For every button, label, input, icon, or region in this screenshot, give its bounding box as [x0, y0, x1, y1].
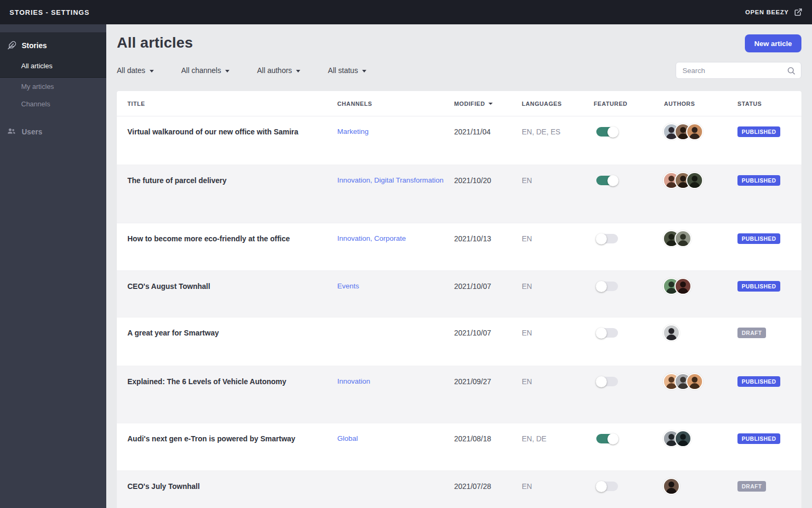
table-row[interactable]: CEO's August TownhallEvents2021/10/07ENP…: [117, 271, 801, 318]
modified-cell: 2021/10/07: [454, 278, 522, 295]
channels-cell: Innovation, Digital Transformation: [337, 172, 454, 189]
channels-cell: Marketing: [337, 123, 454, 140]
avatar: [686, 373, 703, 390]
toggle-knob: [607, 175, 619, 186]
featured-toggle[interactable]: [596, 127, 618, 137]
avatar: [675, 430, 691, 447]
toggle-knob: [596, 281, 607, 292]
languages-cell: EN: [522, 278, 594, 295]
featured-cell: [594, 324, 664, 341]
open-beezy-link[interactable]: OPEN BEEZY: [745, 8, 802, 16]
sidebar-item-all-articles[interactable]: All articles: [0, 57, 106, 70]
column-header-languages: LANGUAGES: [522, 101, 594, 107]
filter-label: All channels: [181, 66, 222, 75]
authors-cell: [664, 123, 737, 140]
articles-table: TITLE CHANNELS MODIFIED LANGUAGES FEATUR…: [117, 91, 801, 508]
article-title[interactable]: The future of parcel delivery: [127, 176, 239, 185]
status-badge: PUBLISHED: [737, 376, 780, 387]
author-avatars: [664, 123, 703, 140]
status-badge: PUBLISHED: [737, 433, 780, 444]
table-body: Virtual walkaround of our new office wit…: [117, 116, 801, 508]
sidebar-item-users[interactable]: Users: [0, 126, 106, 137]
filter-label: All status: [328, 66, 358, 75]
article-title[interactable]: A great year for Smartway: [127, 328, 232, 338]
featured-toggle[interactable]: [596, 282, 618, 291]
article-title[interactable]: CEO's July Townhall: [127, 482, 213, 491]
featured-toggle[interactable]: [596, 234, 618, 243]
featured-cell: [594, 373, 664, 390]
channels-cell: [337, 324, 454, 341]
status-badge: DRAFT: [737, 328, 766, 338]
article-title[interactable]: Audi's next gen e-Tron is powered by Sma…: [127, 434, 308, 443]
modified-date: 2021/10/07: [454, 329, 491, 337]
modified-date: 2021/11/04: [454, 128, 491, 136]
featured-cell: [594, 430, 664, 447]
featured-toggle[interactable]: [596, 482, 618, 491]
filter-all-dates[interactable]: All dates: [117, 66, 154, 75]
modified-cell: 2021/11/04: [454, 123, 522, 140]
channels-cell: Global: [337, 430, 454, 447]
article-title[interactable]: Explained: The 6 Levels of Vehicle Auton…: [127, 377, 299, 386]
sort-desc-icon[interactable]: [488, 103, 493, 105]
sidebar-item-channels[interactable]: Channels: [0, 95, 106, 113]
channel-link[interactable]: Events: [337, 282, 367, 291]
featured-toggle[interactable]: [596, 328, 618, 338]
modified-date: 2021/09/27: [454, 377, 491, 386]
languages-value: EN: [522, 234, 532, 243]
search-input[interactable]: [676, 62, 801, 78]
authors-cell: [664, 430, 737, 447]
table-row[interactable]: CEO's July Townhall2021/07/28ENDRAFT: [117, 471, 801, 508]
column-header-modified[interactable]: MODIFIED: [454, 101, 522, 107]
sidebar-item-my-articles[interactable]: My articles: [0, 78, 106, 95]
status-cell: PUBLISHED: [737, 230, 802, 247]
article-title[interactable]: Virtual walkaround of our new office wit…: [127, 127, 311, 137]
modified-cell: 2021/10/07: [454, 324, 522, 341]
sidebar-stories-section: Stories All articles: [0, 33, 106, 78]
avatar: [686, 172, 703, 189]
search-icon[interactable]: [787, 66, 796, 75]
sidebar-section-stories[interactable]: Stories: [0, 40, 106, 51]
filter-label: All dates: [117, 66, 145, 75]
toggle-knob: [596, 481, 607, 492]
sidebar-section-label: Stories: [22, 41, 47, 50]
new-article-button[interactable]: New article: [745, 34, 801, 52]
table-row[interactable]: A great year for Smartway2021/10/07ENDRA…: [117, 318, 801, 366]
column-header-featured: FEATURED: [594, 101, 664, 107]
authors-cell: [664, 230, 737, 247]
channels-cell: [337, 478, 454, 495]
featured-cell: [594, 478, 664, 495]
channel-link[interactable]: Marketing: [337, 127, 377, 137]
column-header-title: TITLE: [127, 101, 337, 107]
filter-all-status[interactable]: All status: [328, 66, 366, 75]
featured-cell: [594, 278, 664, 295]
channel-link[interactable]: Innovation, Digital Transformation: [337, 176, 452, 185]
article-title[interactable]: How to become more eco-friendly at the o…: [127, 234, 302, 243]
table-row[interactable]: Explained: The 6 Levels of Vehicle Auton…: [117, 366, 801, 423]
table-row[interactable]: Audi's next gen e-Tron is powered by Sma…: [117, 423, 801, 471]
table-row[interactable]: Virtual walkaround of our new office wit…: [117, 116, 801, 165]
modified-cell: 2021/09/27: [454, 373, 522, 390]
filter-all-channels[interactable]: All channels: [181, 66, 230, 75]
status-cell: DRAFT: [737, 324, 802, 341]
filter-all-authors[interactable]: All authors: [257, 66, 300, 75]
filter-bar: All dates All channels All authors All s…: [117, 66, 366, 75]
channel-link[interactable]: Innovation, Corporate: [337, 234, 414, 243]
channel-link[interactable]: Innovation: [337, 377, 379, 386]
modified-cell: 2021/08/18: [454, 430, 522, 447]
featured-toggle[interactable]: [596, 176, 618, 185]
languages-value: EN, DE, ES: [522, 128, 560, 136]
article-title[interactable]: CEO's August Townhall: [127, 282, 223, 291]
channels-cell: Innovation: [337, 373, 454, 390]
channels-cell: Events: [337, 278, 454, 295]
users-icon: [6, 126, 16, 137]
channel-link[interactable]: Global: [337, 434, 366, 443]
title-cell: A great year for Smartway: [127, 324, 337, 341]
table-row[interactable]: How to become more eco-friendly at the o…: [117, 223, 801, 271]
title-cell: Audi's next gen e-Tron is powered by Sma…: [127, 430, 337, 447]
chevron-down-icon: [150, 70, 154, 72]
table-row[interactable]: The future of parcel deliveryInnovation,…: [117, 165, 801, 223]
toggle-knob: [596, 233, 607, 244]
featured-toggle[interactable]: [596, 377, 618, 386]
featured-toggle[interactable]: [596, 434, 618, 443]
modified-date: 2021/10/07: [454, 282, 491, 291]
